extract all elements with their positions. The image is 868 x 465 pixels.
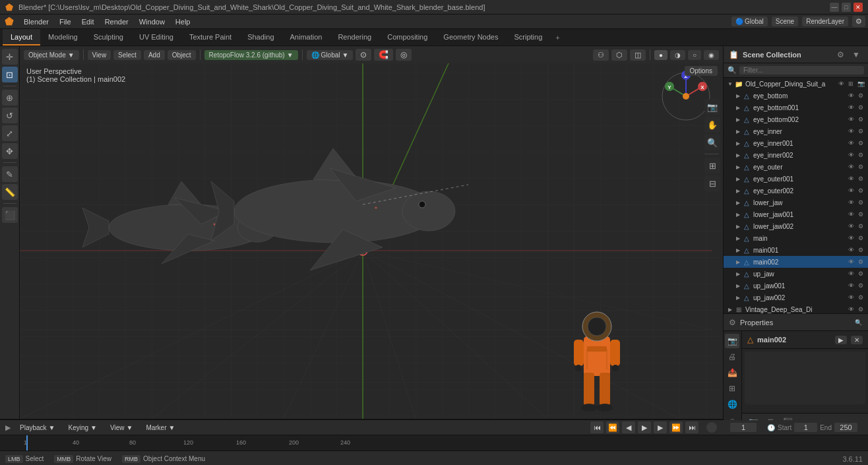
view-layer-props-icon[interactable]: ⊞ bbox=[725, 381, 739, 396]
collection-icon-btn[interactable]: ⊟ bbox=[704, 175, 720, 191]
visibility-icon[interactable]: 👁 bbox=[846, 139, 855, 148]
tab-animation[interactable]: Animation bbox=[282, 29, 330, 46]
props-search-btn[interactable]: 🔍 bbox=[853, 318, 863, 327]
view-menu-btn[interactable]: View bbox=[88, 50, 111, 60]
rendered-shading[interactable]: ○ bbox=[688, 50, 701, 60]
viewport-display-icon[interactable]: ⊞ bbox=[846, 79, 855, 88]
menu-blender[interactable]: Blender bbox=[18, 16, 54, 27]
transform-selector[interactable]: 🌐 Global ▼ bbox=[307, 50, 354, 60]
modifier-icon[interactable]: ⚙ bbox=[856, 127, 865, 136]
minimize-button[interactable]: — bbox=[830, 3, 839, 12]
play-btn[interactable]: ▶ bbox=[638, 421, 651, 433]
prev-keyframe-btn[interactable]: ◀ bbox=[622, 421, 635, 433]
playback-menu[interactable]: Playback ▼ bbox=[16, 423, 59, 433]
start-frame-input[interactable] bbox=[794, 423, 817, 432]
outliner-search-input[interactable] bbox=[739, 66, 864, 75]
modifier-icon[interactable]: ⚙ bbox=[856, 233, 865, 243]
visibility-icon[interactable]: 👁 bbox=[846, 162, 855, 171]
viewport-options-btn[interactable]: Options bbox=[685, 66, 718, 76]
visibility-icon[interactable]: 👁 bbox=[846, 127, 855, 136]
outliner-item-up-jaw001[interactable]: ▶ △ up_jaw001 👁 ⚙ bbox=[724, 280, 868, 292]
solid-shading[interactable]: ● bbox=[654, 50, 667, 60]
outliner-item-vintage[interactable]: ▶ ⊞ Vintage_Deep_Sea_Di 👁 ⚙ bbox=[724, 303, 868, 313]
add-menu-btn[interactable]: Add bbox=[144, 50, 165, 60]
modifier-icon[interactable]: ⚙ bbox=[856, 103, 865, 112]
visibility-icon[interactable]: 👁 bbox=[846, 305, 855, 313]
outliner-item-eye-outer002[interactable]: ▶ △ eye_outer002 👁 ⚙ bbox=[724, 185, 868, 197]
keying-menu[interactable]: Keying ▼ bbox=[64, 423, 100, 433]
view-menu-tl[interactable]: View ▼ bbox=[106, 423, 137, 433]
outliner-item-main002[interactable]: ▶ △ main002 👁 ⚙ bbox=[724, 256, 868, 268]
next-frame-btn[interactable]: ⏩ bbox=[669, 421, 683, 433]
scene-data-props-icon[interactable]: 🌐 bbox=[725, 397, 739, 412]
modifier-icon[interactable]: ⚙ bbox=[856, 186, 865, 195]
retopoflow-btn[interactable]: RetopoFlow 3.2.6 (github) ▼ bbox=[204, 50, 298, 60]
overlay-toggle[interactable]: ⬡ bbox=[611, 49, 627, 61]
tab-compositing[interactable]: Compositing bbox=[379, 29, 435, 46]
add-cube-tool[interactable]: ⬛ bbox=[2, 207, 18, 223]
modifier-icon[interactable]: ⚙ bbox=[856, 210, 865, 219]
cursor-tool[interactable]: ✛ bbox=[2, 49, 18, 65]
prev-frame-btn[interactable]: ⏪ bbox=[606, 421, 619, 433]
jump-end-btn[interactable]: ⏭ bbox=[685, 421, 698, 433]
visibility-icon[interactable]: 👁 bbox=[846, 150, 855, 160]
visibility-icon[interactable]: 👁 bbox=[846, 245, 855, 255]
tab-layout[interactable]: Layout bbox=[3, 29, 40, 46]
tab-sculpting[interactable]: Sculpting bbox=[86, 29, 131, 46]
outliner-item-root[interactable]: ▼ 📁 Old_Copper_Diving_Suit_a 👁 ⊞ 📷 bbox=[724, 78, 868, 90]
annotate-tool[interactable]: ✎ bbox=[2, 166, 18, 182]
tab-uv-editing[interactable]: UV Editing bbox=[131, 29, 181, 46]
visibility-icon[interactable]: 👁 bbox=[846, 222, 855, 231]
tab-modeling[interactable]: Modeling bbox=[40, 29, 86, 46]
visibility-icon[interactable]: 👁 bbox=[846, 115, 855, 124]
renderlayer-selector[interactable]: RenderLayer bbox=[802, 16, 848, 26]
modifier-icon[interactable]: ⚙ bbox=[856, 139, 865, 148]
snap-toggle[interactable]: 🧲 bbox=[374, 49, 393, 61]
visibility-icon[interactable]: 👁 bbox=[846, 174, 855, 183]
outliner-item-eye-inner002[interactable]: ▶ △ eye_inner002 👁 ⚙ bbox=[724, 149, 868, 161]
outliner-item-lower-jaw001[interactable]: ▶ △ lower_jaw001 👁 ⚙ bbox=[724, 208, 868, 220]
outliner-item-eye-inner[interactable]: ▶ △ eye_inner 👁 ⚙ bbox=[724, 125, 868, 137]
move-tool[interactable]: ⊕ bbox=[2, 90, 18, 106]
transform-tool[interactable]: ✥ bbox=[2, 143, 18, 159]
modifier-icon[interactable]: ⚙ bbox=[856, 245, 865, 255]
current-frame-input[interactable] bbox=[730, 423, 757, 432]
visibility-icon[interactable]: 👁 bbox=[846, 91, 855, 100]
outliner-item-eye-bottom[interactable]: ▶ △ eye_bottom 👁 ⚙ bbox=[724, 90, 868, 102]
outliner-item-eye-bottom001[interactable]: ▶ △ eye_bottom001 👁 ⚙ bbox=[724, 102, 868, 113]
timeline-numbers[interactable]: 1 40 80 120 160 200 240 bbox=[0, 435, 868, 450]
eevee-shading[interactable]: ◉ bbox=[704, 50, 719, 60]
rotate-tool[interactable]: ↺ bbox=[2, 108, 18, 123]
add-workspace-button[interactable]: + bbox=[550, 29, 565, 46]
measure-tool[interactable]: 📏 bbox=[2, 184, 18, 200]
tab-geometry-nodes[interactable]: Geometry Nodes bbox=[435, 29, 506, 46]
blender-menu-logo[interactable]: ⬟ bbox=[3, 15, 16, 28]
visibility-icon[interactable]: 👁 bbox=[846, 293, 855, 302]
visibility-icon[interactable]: 👁 bbox=[846, 103, 855, 112]
outliner-item-eye-inner001[interactable]: ▶ △ eye_inner001 👁 ⚙ bbox=[724, 137, 868, 149]
pivot-selector[interactable]: ⊙ bbox=[356, 49, 371, 61]
visibility-icon[interactable]: 👁 bbox=[846, 186, 855, 195]
outliner-item-eye-outer[interactable]: ▶ △ eye_outer 👁 ⚙ bbox=[724, 161, 868, 173]
render-props-icon[interactable]: 🖨 bbox=[725, 350, 739, 364]
select-box-tool[interactable]: ⊡ bbox=[2, 67, 18, 82]
modifier-icon[interactable]: ⚙ bbox=[856, 305, 865, 313]
mode-selector[interactable]: Object Mode ▼ bbox=[24, 50, 79, 60]
hand-tool-btn[interactable]: ✋ bbox=[704, 117, 720, 133]
marker-menu[interactable]: Marker ▼ bbox=[142, 423, 179, 433]
scene-props-icon[interactable]: 📷 bbox=[725, 334, 739, 348]
render-engine-selector[interactable]: 🔵 Global bbox=[731, 16, 768, 26]
maximize-button[interactable]: □ bbox=[842, 3, 851, 12]
xray-toggle[interactable]: ◫ bbox=[630, 49, 646, 61]
outliner-item-lower-jaw002[interactable]: ▶ △ lower_jaw002 👁 ⚙ bbox=[724, 220, 868, 232]
tab-scripting[interactable]: Scripting bbox=[506, 29, 550, 46]
modifier-icon[interactable]: ⚙ bbox=[856, 174, 865, 183]
visibility-icon[interactable]: 👁 bbox=[846, 257, 855, 266]
modifier-icon[interactable]: ⚙ bbox=[856, 198, 865, 207]
tab-rendering[interactable]: Rendering bbox=[330, 29, 379, 46]
outliner-filter-btn[interactable]: ⚙ bbox=[834, 48, 847, 61]
outliner-item-lower-jaw[interactable]: ▶ △ lower_jaw 👁 ⚙ bbox=[724, 197, 868, 208]
outliner-item-main001[interactable]: ▶ △ main001 👁 ⚙ bbox=[724, 244, 868, 256]
close-button[interactable]: ✕ bbox=[853, 3, 863, 12]
select-menu-btn[interactable]: Select bbox=[113, 50, 141, 60]
